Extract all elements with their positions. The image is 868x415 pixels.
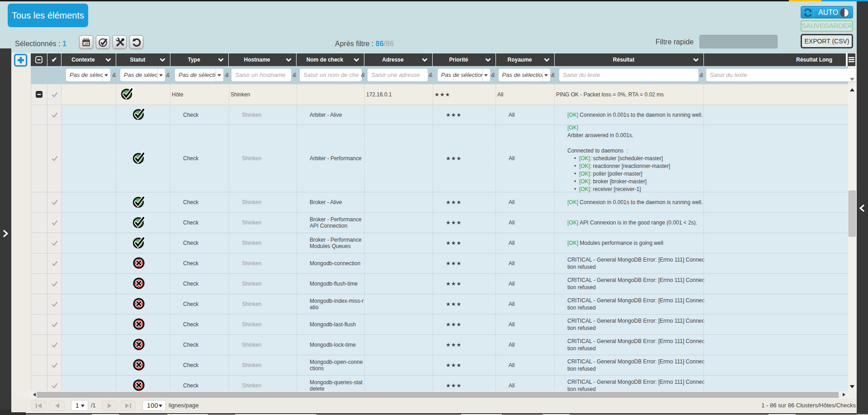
svg-text:15: 15 bbox=[84, 42, 88, 46]
